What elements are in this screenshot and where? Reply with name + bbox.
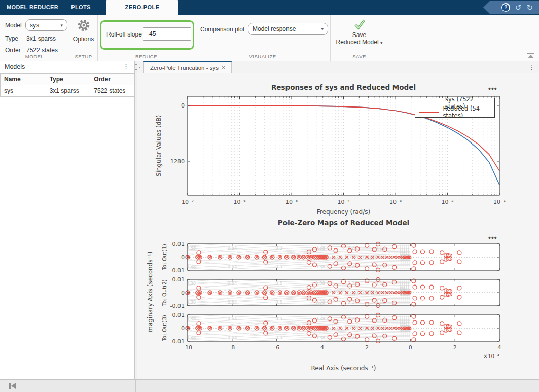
pzmap-title: Pole-Zero Maps of Reduced Model: [278, 219, 409, 227]
redo-icon[interactable]: ↻: [526, 4, 533, 11]
row-label-out2: To: Out(2): [161, 279, 167, 306]
legend-line-sys: [419, 103, 441, 103]
rolloff-input[interactable]: -45: [143, 27, 191, 41]
x-tick-label: 10⁻²: [441, 199, 453, 205]
tabstrip-menu-icon[interactable]: ⋮: [528, 63, 535, 71]
svg-text:0.5: 0.5: [275, 316, 282, 322]
type-field-label: Type: [5, 35, 18, 42]
save-button-line2: Reduced Model ▾: [331, 39, 388, 46]
pz-y-tick-label: -0.01: [170, 338, 185, 345]
column-header-name[interactable]: Name: [1, 74, 46, 85]
order-value: 7522 states: [26, 47, 58, 54]
collapse-ribbon-icon[interactable]: [527, 53, 535, 59]
document-tab-zero-pole-truncation[interactable]: Zero-Pole Truncation - sys ×: [143, 61, 232, 73]
x-tick-label: 10⁻⁵: [285, 199, 298, 205]
legend-label-reduced: Reduced (54 states): [443, 105, 494, 119]
pz-y-tick-label: 0: [181, 325, 185, 332]
x-tick-label: 10⁻³: [389, 199, 402, 205]
sigma-ylabel: Singular Values (dB): [155, 115, 162, 176]
section-model: Model sys ▾ Type 3x1 sparss Order 7522 s…: [0, 15, 69, 61]
pz-x-tick-label: -8: [229, 344, 235, 351]
model-dropdown[interactable]: sys ▾: [25, 19, 67, 31]
models-table-header-row: Name Type Order: [1, 74, 134, 85]
pz-x-tick-label: -2: [363, 344, 369, 351]
x-tick-label: 10⁻⁴: [337, 199, 350, 205]
pz-x-tick-label: 2: [453, 344, 457, 351]
pz-x-tick-label: -6: [274, 344, 279, 351]
chevron-down-icon: ▾: [321, 26, 324, 31]
status-bar-divider: [135, 380, 136, 392]
pz-x-tick-label: -10: [183, 344, 192, 351]
close-icon[interactable]: ×: [222, 64, 225, 72]
document-content: Responses of sys and Reduced Model10⁻⁷10…: [137, 73, 539, 379]
legend-line-reduced: [419, 112, 439, 113]
table-row[interactable]: sys 3x1 sparss 7522 states: [1, 85, 134, 97]
models-panel-header: Models ⋮: [0, 61, 134, 73]
pzmap-plot-menu-icon[interactable]: •••: [488, 235, 497, 240]
comparison-plot-dropdown[interactable]: Model response ▾: [248, 23, 328, 35]
section-label-visualize: VISUALIZE: [195, 54, 330, 59]
model-dropdown-value: sys: [30, 22, 39, 29]
row-label-out3: To: Out(3): [161, 315, 167, 342]
pz-ylabel: Imaginary Axis (seconds⁻¹): [147, 252, 154, 334]
comparison-plot-label: Comparison plot: [200, 26, 244, 33]
svg-text:0.5: 0.5: [275, 245, 282, 251]
x-tick-label: 10⁻⁶: [233, 199, 246, 205]
svg-text:0.64: 0.64: [227, 281, 237, 286]
tab-plots[interactable]: PLOTS: [65, 0, 97, 15]
row-label-out1: To: Out(1): [161, 244, 167, 271]
order-field-label: Order: [5, 47, 21, 54]
pz-y-tick-label: 0.01: [172, 276, 185, 283]
y-tick-label: 0: [181, 102, 185, 109]
options-button[interactable]: Options: [69, 19, 97, 43]
pz-x-tick-label: -4: [318, 344, 324, 351]
rolloff-label: Roll-off slope: [106, 31, 142, 38]
pzmap-plot: Pole-Zero Maps of Reduced Model0.880.880…: [137, 219, 501, 372]
cell-order: 7522 states: [90, 85, 134, 97]
tab-model-reducer[interactable]: MODEL REDUCER: [0, 0, 65, 15]
status-bar: [0, 379, 539, 392]
legend-entry-reduced: Reduced (54 states): [415, 108, 494, 117]
chevron-down-icon: ▾: [60, 23, 63, 28]
x-tick-label: 10⁻⁷: [182, 199, 194, 205]
pz-y-tick-label: 0: [181, 290, 185, 296]
y-tick-label: -1280: [168, 158, 185, 165]
x-tick-label: 10⁻¹: [493, 199, 506, 205]
pz-y-tick-label: 0.01: [172, 312, 185, 318]
collapse-panel-icon[interactable]: [9, 382, 17, 389]
chevron-down-icon: ▾: [380, 40, 383, 45]
cell-name: sys: [1, 85, 46, 97]
tab-zero-pole-truncation[interactable]: ZERO-POLE TRUNCATION: [106, 0, 178, 15]
save-button-line1: Save: [331, 31, 388, 39]
column-header-type[interactable]: Type: [46, 74, 90, 85]
pz-y-tick-label: -0.01: [170, 267, 185, 274]
section-setup: Options SETUP: [69, 15, 98, 61]
undo-icon[interactable]: ↺: [515, 4, 522, 11]
tabstrip-grip-icon[interactable]: [138, 64, 141, 70]
legend[interactable]: sys (7522 states) Reduced (54 states): [415, 98, 495, 118]
save-reduced-model-button[interactable]: Save Reduced Model ▾: [331, 19, 388, 46]
sigma-xlabel: Frequency (rad/s): [317, 208, 370, 216]
type-value: 3x1 sparss: [26, 35, 56, 42]
pz-x-tick-label: 4: [498, 344, 501, 351]
sigma-plot-menu-icon[interactable]: •••: [488, 86, 497, 91]
section-label-model: MODEL: [0, 54, 69, 59]
models-panel-menu-icon[interactable]: ⋮: [123, 63, 129, 70]
document-tab-title: Zero-Pole Truncation - sys: [150, 65, 219, 71]
pz-y-tick-label: 0.01: [172, 241, 185, 247]
toolstrip-ribbon: Model sys ▾ Type 3x1 sparss Order 7522 s…: [0, 15, 539, 61]
sigma-plot-title: Responses of sys and Reduced Model: [271, 83, 416, 91]
model-field-label: Model: [5, 22, 22, 29]
gear-icon: [77, 19, 90, 32]
models-table: Name Type Order sys 3x1 sparss 7522 stat…: [0, 73, 134, 97]
help-icon[interactable]: ?: [501, 3, 510, 12]
pz-y-tick-label: 0: [181, 254, 185, 261]
column-header-order[interactable]: Order: [90, 74, 134, 85]
options-button-label: Options: [69, 35, 97, 43]
svg-text:0.64: 0.64: [227, 245, 237, 251]
check-icon: [353, 19, 366, 30]
quick-access-area: ? ↺ ↻: [483, 1, 539, 14]
section-save: Save Reduced Model ▾ SAVE: [331, 15, 388, 61]
pz-xlabel: Real Axis (seconds⁻¹): [311, 365, 376, 372]
cell-type: 3x1 sparss: [46, 85, 90, 97]
